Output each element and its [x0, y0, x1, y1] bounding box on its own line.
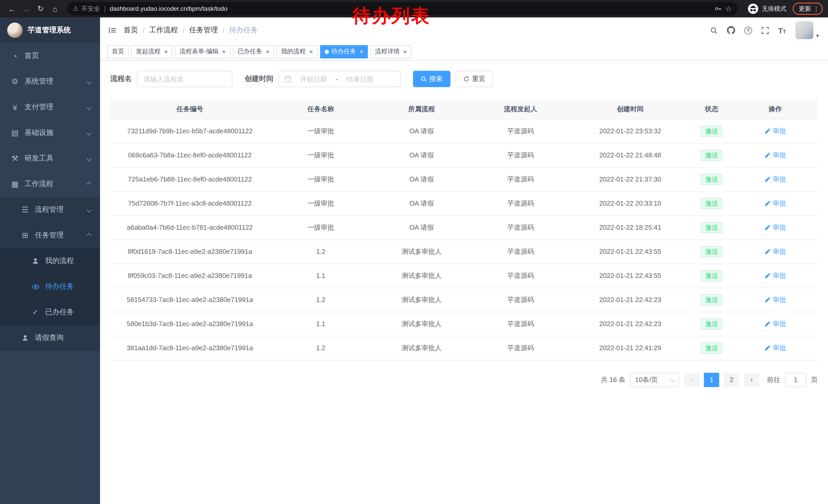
password-key-icon[interactable]	[715, 5, 722, 12]
sidebar-item-todo-task[interactable]: 待办任务	[0, 274, 100, 300]
chevron-down-icon	[86, 79, 92, 84]
approve-link[interactable]: 审批	[764, 319, 786, 328]
cell-action: 审批	[733, 215, 818, 239]
cell-action: 审批	[733, 264, 818, 288]
reset-button[interactable]: 重置	[456, 71, 493, 87]
tab-6[interactable]: 流程详情×	[370, 45, 411, 58]
approve-link[interactable]: 审批	[764, 295, 786, 304]
tab-0[interactable]: 首页	[107, 45, 129, 58]
approve-link[interactable]: 审批	[764, 150, 786, 160]
prev-page-button[interactable]: ‹	[684, 372, 699, 387]
tab-label: 流程表单-编辑	[179, 47, 218, 56]
status-badge: 激活	[701, 246, 722, 257]
table-row: 8f059c03-7ac8-11ec-a9e2-a2380e71991a1.1测…	[110, 264, 818, 288]
tab-5[interactable]: 待办任务×	[320, 45, 368, 58]
tab-close-icon[interactable]: ×	[222, 48, 226, 55]
sidebar-item-home[interactable]: ◔ 首页	[0, 43, 100, 69]
search-button[interactable]: 搜索	[413, 71, 450, 87]
sidebar-item-process-management[interactable]: ☰ 流程管理	[0, 197, 100, 223]
sidebar-item-devtools[interactable]: ⚒ 研发工具	[0, 146, 100, 171]
sidebar-item-workflow[interactable]: ▦ 工作流程	[0, 171, 100, 197]
approve-link[interactable]: 审批	[764, 199, 786, 208]
cell-task-id: 725a1eb6-7b88-11ec-8ef0-acde48001122	[110, 167, 270, 191]
header: 首页 / 工作流程 / 任务管理 / 待办任务 ?	[100, 17, 828, 43]
breadcrumb-item[interactable]: 工作流程	[149, 26, 178, 35]
header-actions: ? TT ▼	[710, 21, 820, 40]
sidebar-collapse-icon[interactable]	[108, 26, 117, 34]
approve-link[interactable]: 审批	[764, 175, 786, 184]
sidebar-item-infrastructure[interactable]: ▤ 基础设施	[0, 120, 100, 146]
end-date-input[interactable]	[341, 75, 379, 83]
user-menu[interactable]: ▼	[795, 21, 820, 40]
breadcrumb-item[interactable]: 首页	[124, 26, 138, 35]
date-range-picker[interactable]: -	[279, 71, 401, 87]
browser-reload-icon[interactable]: ↻	[34, 2, 47, 15]
fullscreen-icon[interactable]	[761, 27, 769, 34]
sidebar-item-system[interactable]: ⚙ 系统管理	[0, 69, 100, 94]
breadcrumb-item[interactable]: 任务管理	[189, 26, 218, 35]
cell-task-name: 一级审批	[270, 143, 372, 167]
github-icon[interactable]	[727, 26, 735, 34]
calendar-icon	[284, 75, 291, 83]
dashboard-icon: ◔	[10, 51, 19, 60]
sidebar-item-done-task[interactable]: ✓ 已办任务	[0, 300, 100, 325]
browser-menu-kebab-icon[interactable]: ⋮	[812, 5, 820, 12]
tags-view: 首页发起流程×流程表单-编辑×已办任务×我的流程×待办任务×流程详情×	[100, 43, 828, 60]
search-button-label: 搜索	[429, 74, 443, 84]
tab-4[interactable]: 我的流程×	[277, 45, 318, 58]
sidebar-item-payment[interactable]: ¥ 支付管理	[0, 94, 100, 120]
tab-1[interactable]: 发起流程×	[131, 45, 172, 58]
search-icon[interactable]	[710, 27, 718, 34]
sidebar-item-my-process[interactable]: 我的流程	[0, 248, 100, 274]
tab-3[interactable]: 已办任务×	[233, 45, 274, 58]
menu-label: 流程管理	[35, 205, 64, 214]
cell-status: 激活	[690, 191, 733, 215]
process-name-label: 流程名	[110, 74, 132, 84]
help-icon[interactable]: ?	[744, 27, 752, 34]
cell-task-name: 1.2	[270, 336, 372, 360]
tab-close-icon[interactable]: ×	[403, 48, 407, 55]
cell-process: 测试多审批人	[372, 288, 471, 312]
cell-action: 审批	[733, 239, 818, 264]
browser-back-icon[interactable]: ←	[5, 2, 18, 15]
cell-action: 审批	[733, 312, 818, 336]
tab-close-icon[interactable]: ×	[164, 48, 168, 55]
cell-action: 审批	[733, 336, 818, 360]
status-badge: 激活	[701, 222, 722, 233]
cell-status: 激活	[690, 119, 733, 143]
tab-close-icon[interactable]: ×	[309, 48, 313, 55]
tab-label: 流程详情	[375, 47, 400, 56]
tab-close-icon[interactable]: ×	[360, 48, 363, 55]
approve-link[interactable]: 审批	[764, 223, 786, 232]
browser-update-button[interactable]: 更新 ⋮	[793, 3, 823, 15]
approve-link[interactable]: 审批	[764, 271, 786, 280]
tab-close-icon[interactable]: ×	[266, 48, 269, 55]
start-date-input[interactable]	[294, 75, 332, 83]
user-avatar[interactable]	[795, 21, 814, 40]
process-name-input[interactable]	[137, 71, 233, 87]
cell-task-id: 381aa1dd-7ac8-11ec-a9e2-a2380e71991a	[110, 336, 270, 360]
sidebar-item-leave-query[interactable]: 请假查询	[0, 325, 100, 351]
filter-form: 流程名 创建时间 - 搜索	[110, 71, 818, 87]
app-logo[interactable]: 芋道管理系统	[0, 17, 100, 43]
page-button-1[interactable]: 1	[704, 372, 719, 387]
font-size-icon[interactable]: TT	[778, 27, 786, 34]
status-badge: 激活	[701, 294, 722, 305]
browser-forward-icon[interactable]: →	[19, 2, 33, 15]
cell-task-id: 73211d9d-7b9b-11ec-b5b7-acde48001122	[110, 119, 270, 143]
bookmark-star-icon[interactable]: ☆	[725, 5, 732, 13]
cell-process: OA 请假	[372, 215, 471, 239]
goto-page-input[interactable]	[785, 372, 806, 387]
browser-home-icon[interactable]: ⌂	[48, 2, 61, 15]
cell-task-id: 8f059c03-7ac8-11ec-a9e2-a2380e71991a	[110, 264, 270, 288]
next-page-button[interactable]: ›	[744, 372, 759, 387]
page-button-2[interactable]: 2	[724, 372, 739, 387]
security-label[interactable]: 不安全	[82, 4, 100, 13]
approve-link[interactable]: 审批	[764, 247, 786, 256]
approve-link[interactable]: 审批	[764, 126, 786, 136]
page-size-select[interactable]: 10条/页	[630, 372, 679, 387]
sidebar-item-task-management[interactable]: ⊞ 任务管理	[0, 223, 100, 248]
page-url[interactable]: dashboard.yudao.iocoder.cn/bpm/task/todo	[110, 5, 227, 12]
tab-2[interactable]: 流程表单-编辑×	[175, 45, 230, 58]
approve-link[interactable]: 审批	[764, 343, 786, 353]
